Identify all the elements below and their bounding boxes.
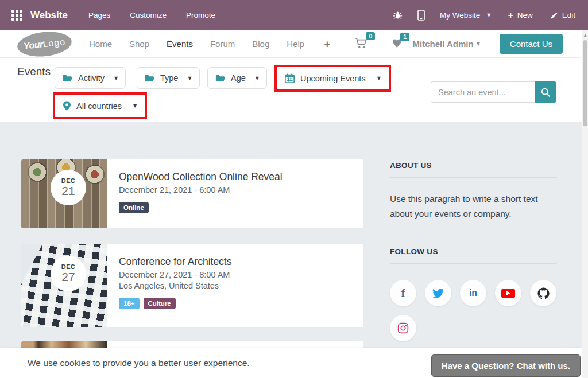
plus-icon: +	[508, 10, 513, 21]
github-button[interactable]	[530, 280, 556, 306]
app-title[interactable]: Website	[30, 10, 68, 21]
about-us-text: Use this paragrah to write a short text …	[390, 192, 557, 221]
nav-link-events[interactable]: Events	[167, 39, 193, 49]
site-navbar: YourLogo Home Shop Events Forum Blog Hel…	[0, 30, 588, 58]
event-title[interactable]: OpenWood Collection Online Reveal	[119, 171, 283, 183]
filter-countries-dropdown[interactable]: All countries▼	[55, 95, 145, 117]
filter-activity-dropdown[interactable]: Activity▼	[55, 67, 126, 89]
facebook-button[interactable]: f	[390, 280, 416, 306]
date-badge: DEC 21	[51, 170, 86, 205]
instagram-icon	[397, 322, 409, 334]
tag-culture: Culture	[144, 298, 176, 309]
cart-button[interactable]: 0	[354, 37, 368, 51]
scroll-up-arrow[interactable]: ▲	[582, 30, 588, 38]
event-title[interactable]: Conference for Architects	[119, 256, 231, 268]
tag-18plus: 18+	[119, 298, 140, 309]
wishlist-count-badge: 1	[400, 33, 409, 41]
site-logo[interactable]: YourLogo	[16, 29, 73, 59]
event-image: DEC 27	[21, 244, 107, 327]
linkedin-icon: in	[469, 288, 477, 298]
nav-link-blog[interactable]: Blog	[252, 39, 269, 49]
nav-link-shop[interactable]: Shop	[129, 39, 149, 49]
events-filter-bar: Events Activity▼ Type▼ Age▼ Upcoming Eve…	[0, 58, 588, 122]
youtube-button[interactable]	[495, 280, 521, 306]
github-icon	[537, 287, 550, 299]
menu-customize[interactable]: Customize	[130, 11, 167, 20]
event-search	[431, 81, 556, 103]
page-scrollbar[interactable]: ▲	[582, 30, 588, 378]
filter-age-dropdown[interactable]: Age▼	[207, 67, 267, 89]
twitter-icon	[432, 289, 444, 298]
chevron-down-icon: ▼	[487, 13, 490, 18]
event-card-architects[interactable]: DEC 27 Conference for Architects Decembe…	[21, 244, 363, 327]
facebook-icon: f	[401, 287, 405, 299]
cookie-text: We use cookies to provide you a better u…	[28, 358, 250, 368]
chevron-down-icon: ▼	[133, 103, 137, 108]
chevron-down-icon: ▼	[114, 76, 118, 81]
menu-pages[interactable]: Pages	[88, 11, 110, 20]
folder-icon	[63, 74, 73, 83]
divider	[390, 177, 557, 178]
chevron-down-icon: ▼	[256, 76, 259, 81]
instagram-button[interactable]	[390, 315, 416, 341]
search-input[interactable]	[431, 81, 535, 103]
odoo-systray-bar: Website Pages Customize Promote My Websi…	[0, 0, 588, 30]
search-button[interactable]	[535, 81, 556, 103]
wishlist-button[interactable]: ♥ 1	[392, 38, 402, 50]
highlight-box-upcoming: Upcoming Events▼	[274, 65, 391, 92]
chevron-down-icon: ▼	[188, 76, 191, 81]
events-sidebar: ABOUT US Use this paragrah to write a sh…	[390, 161, 557, 341]
edit-button[interactable]: Edit	[550, 11, 575, 20]
filter-type-dropdown[interactable]: Type▼	[137, 67, 200, 89]
user-menu[interactable]: Mitchell Admin▼	[413, 39, 480, 49]
nav-link-help[interactable]: Help	[287, 39, 304, 49]
map-pin-icon	[63, 101, 71, 111]
event-datetime: December 21, 2021 - 6:00 AM	[119, 185, 283, 194]
logo-text-your: Your	[23, 39, 44, 51]
event-location: Los Angeles, United States	[119, 281, 231, 290]
about-us-heading: ABOUT US	[390, 161, 557, 170]
mobile-preview-icon[interactable]	[417, 10, 425, 21]
folder-icon	[145, 74, 155, 83]
youtube-icon	[501, 289, 515, 298]
events-content-area: DEC 21 OpenWood Collection Online Reveal…	[0, 122, 588, 378]
pencil-icon	[550, 11, 558, 20]
search-icon	[541, 88, 550, 97]
tag-online: Online	[119, 202, 149, 213]
calendar-icon	[285, 73, 295, 83]
page-title: Events	[17, 65, 51, 78]
follow-us-heading: FOLLOW US	[390, 247, 557, 256]
contact-us-button[interactable]: Contact Us	[500, 34, 563, 54]
nav-link-home[interactable]: Home	[89, 39, 112, 49]
logo-text-logo: Logo	[42, 37, 66, 49]
livechat-button[interactable]: Have a Question? Chat with us.	[431, 354, 581, 377]
menu-promote[interactable]: Promote	[186, 11, 215, 20]
filter-upcoming-dropdown[interactable]: Upcoming Events▼	[277, 67, 389, 89]
chevron-down-icon: ▼	[377, 76, 381, 81]
event-image: DEC 21	[21, 159, 107, 228]
my-website-menu[interactable]: My Website▼	[440, 11, 490, 20]
divider	[390, 263, 557, 264]
nav-link-forum[interactable]: Forum	[210, 39, 235, 49]
event-datetime: December 27, 2021 - 8:00 AM	[119, 270, 231, 279]
debug-bug-icon[interactable]	[393, 10, 403, 20]
chevron-down-icon: ▼	[477, 41, 480, 46]
date-badge: DEC 27	[51, 256, 86, 291]
event-card-openwood[interactable]: DEC 21 OpenWood Collection Online Reveal…	[21, 159, 363, 228]
folder-icon	[215, 74, 226, 83]
add-page-plus-icon[interactable]: +	[324, 38, 330, 50]
new-button[interactable]: + New	[508, 10, 532, 21]
linkedin-button[interactable]: in	[460, 280, 486, 306]
apps-grid-icon[interactable]	[11, 10, 22, 21]
cart-count-badge: 0	[366, 32, 375, 41]
scrollbar-thumb[interactable]	[583, 40, 587, 126]
highlight-box-countries: All countries▼	[53, 92, 147, 119]
twitter-button[interactable]	[425, 280, 451, 306]
